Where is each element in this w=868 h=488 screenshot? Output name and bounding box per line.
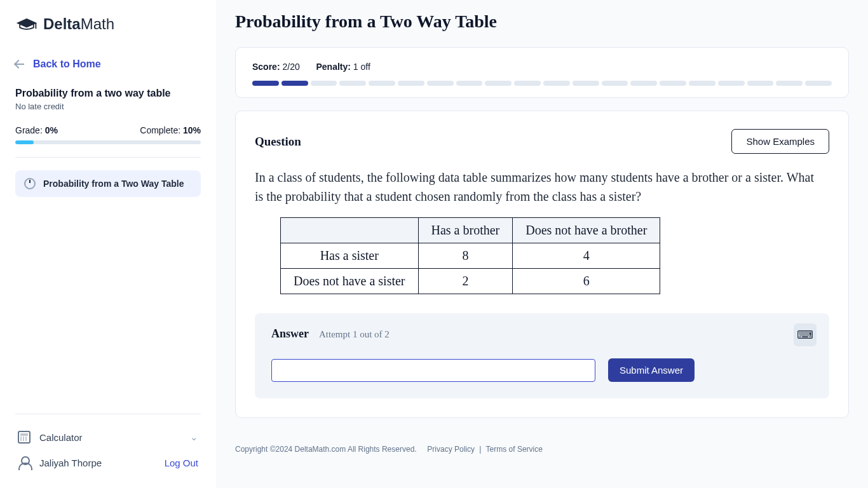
brand-logo: DeltaMath (15, 15, 201, 33)
progress-segment (747, 81, 774, 86)
table-row: Has a sister 8 4 (281, 243, 660, 269)
score-progress-segments (252, 81, 832, 86)
logout-link[interactable]: Log Out (165, 458, 198, 468)
user-icon (18, 456, 31, 469)
cell: 4 (513, 243, 660, 269)
terms-link[interactable]: Terms of Service (486, 445, 543, 454)
graduation-cap-icon (15, 17, 38, 31)
cell: 8 (418, 243, 513, 269)
question-heading: Question (255, 135, 301, 149)
progress-segment (602, 81, 628, 86)
page-footer: Copyright ©2024 DeltaMath.com All Rights… (235, 433, 849, 454)
chevron-down-icon: ⌄ (190, 431, 198, 443)
table-row: Does not have a sister 2 6 (281, 269, 660, 294)
data-table: Has a brother Does not have a brother Ha… (280, 217, 660, 294)
progress-segment (339, 81, 366, 86)
progress-segment (689, 81, 715, 86)
progress-segment (252, 81, 279, 86)
cell: 6 (513, 269, 660, 294)
sidebar: DeltaMath Back to Home Probability from … (0, 0, 216, 488)
keyboard-button[interactable]: ⌨ (794, 323, 817, 346)
assignment-progress-fill (15, 140, 34, 144)
question-text: In a class of students, the following da… (255, 168, 820, 206)
divider (15, 157, 201, 158)
calculator-icon (18, 431, 31, 444)
progress-segment (776, 81, 803, 86)
progress-segment (485, 81, 512, 86)
keyboard-icon: ⌨ (797, 328, 813, 342)
timer-icon (24, 178, 36, 189)
penalty-label: Penalty: (316, 62, 351, 72)
main-content: Probability from a Two Way Table Score: … (216, 0, 868, 488)
progress-segment (369, 81, 395, 86)
answer-input[interactable] (271, 359, 595, 382)
progress-segment (543, 81, 570, 86)
brand-name: DeltaMath (43, 15, 114, 33)
assignment-progress-bar (15, 140, 201, 144)
assignment-stats: Grade: 0% Complete: 10% (15, 125, 201, 135)
progress-segment (630, 81, 657, 86)
penalty-value: 1 off (353, 62, 370, 72)
show-examples-button[interactable]: Show Examples (731, 129, 829, 154)
progress-segment (427, 81, 454, 86)
assignment-subtitle: No late credit (15, 102, 201, 111)
question-card: Question Show Examples In a class of stu… (235, 111, 849, 418)
answer-panel: ⌨ Answer Attempt 1 out of 2 Submit Answe… (255, 313, 829, 398)
attempt-text: Attempt 1 out of 2 (319, 329, 390, 340)
complete-value: 10% (183, 125, 201, 135)
skill-item[interactable]: Probability from a Two Way Table (15, 170, 201, 197)
copyright-text: Copyright ©2024 DeltaMath.com All Rights… (235, 445, 417, 454)
table-header-col2: Does not have a brother (513, 218, 660, 243)
progress-segment (311, 81, 337, 86)
progress-segment (805, 81, 832, 86)
back-to-home-label: Back to Home (33, 58, 101, 70)
progress-segment (718, 81, 745, 86)
progress-segment (456, 81, 483, 86)
back-to-home-link[interactable]: Back to Home (15, 58, 201, 70)
progress-segment (398, 81, 424, 86)
assignment-title: Probability from a two way table (15, 88, 201, 99)
progress-segment (573, 81, 599, 86)
progress-segment (660, 81, 686, 86)
sidebar-footer: Calculator ⌄ Jaliyah Thorpe Log Out (15, 414, 201, 488)
row-label: Does not have a sister (281, 269, 419, 294)
calculator-toggle[interactable]: Calculator ⌄ (15, 424, 201, 450)
cell: 2 (418, 269, 513, 294)
progress-segment (281, 81, 308, 86)
user-name: Jaliyah Thorpe (39, 458, 102, 468)
arrow-left-icon (15, 59, 25, 69)
page-title: Probability from a Two Way Table (235, 11, 849, 32)
grade-value: 0% (45, 125, 58, 135)
row-label: Has a sister (281, 243, 419, 269)
table-header-col1: Has a brother (418, 218, 513, 243)
score-label: Score: (252, 62, 280, 72)
privacy-link[interactable]: Privacy Policy (427, 445, 475, 454)
score-line: Score: 2/20 Penalty: 1 off (252, 62, 832, 72)
skill-label: Probability from a Two Way Table (43, 179, 184, 189)
answer-heading: Answer (271, 327, 309, 341)
submit-answer-button[interactable]: Submit Answer (608, 358, 695, 382)
user-row: Jaliyah Thorpe Log Out (15, 450, 201, 475)
calculator-label: Calculator (39, 432, 83, 443)
table-header-blank (281, 218, 419, 243)
progress-segment (514, 81, 541, 86)
grade-label: Grade: (15, 125, 43, 135)
score-value: 2/20 (282, 62, 299, 72)
score-card: Score: 2/20 Penalty: 1 off (235, 47, 849, 98)
complete-label: Complete: (140, 125, 180, 135)
footer-separator: | (479, 445, 481, 454)
